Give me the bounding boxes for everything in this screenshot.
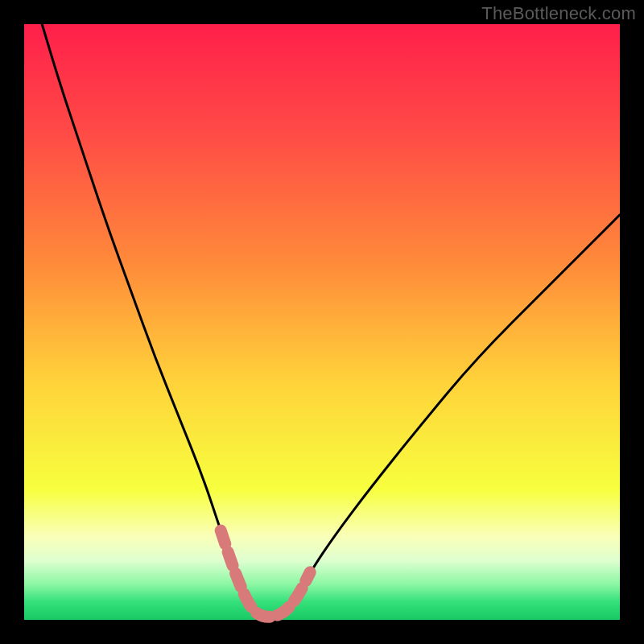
plot-area — [24, 24, 620, 620]
curve-layer — [24, 24, 620, 620]
chart-frame: TheBottleneck.com — [0, 0, 644, 644]
highlight-segment — [221, 530, 310, 617]
watermark-text: TheBottleneck.com — [481, 3, 636, 24]
bottleneck-curve — [42, 24, 620, 617]
